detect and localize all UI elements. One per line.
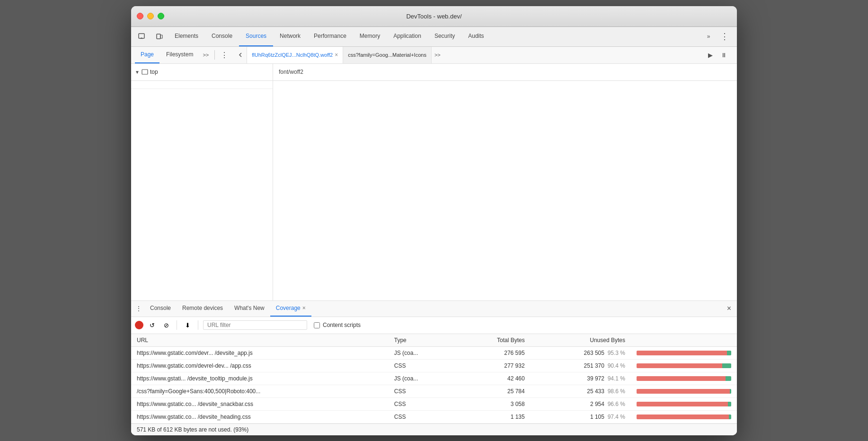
- tab-security[interactable]: Security: [428, 27, 461, 46]
- drawer-tab-coverage[interactable]: Coverage ×: [270, 301, 311, 317]
- used-bar-fill: [730, 389, 731, 394]
- col-type: Type: [389, 334, 456, 347]
- device-toolbar-icon[interactable]: [151, 33, 168, 40]
- coverage-tab-close[interactable]: ×: [302, 305, 306, 311]
- drawer-tab-console[interactable]: Console: [144, 301, 177, 317]
- pause-button[interactable]: ⏸: [718, 49, 729, 61]
- cell-bar: [631, 346, 737, 359]
- cell-url: https://www.gstati... /devsite_tooltip_m…: [131, 372, 389, 385]
- cell-unused-bytes: 2 954 96.6 %: [531, 397, 631, 410]
- usage-bar: [637, 376, 731, 381]
- tab-elements[interactable]: Elements: [168, 27, 205, 46]
- svg-rect-1: [157, 34, 160, 39]
- left-pane: ▼ top: [131, 64, 273, 300]
- unused-bar-fill: [637, 363, 722, 368]
- main-area: ▼ top font/woff2: [131, 64, 737, 300]
- toolbar-separator-2: [198, 320, 198, 330]
- sources-nav-filesystem[interactable]: Filesystem: [160, 47, 199, 63]
- cell-type: CSS: [389, 410, 456, 423]
- coverage-toolbar: ↺ ⊘ ⬇ Content scripts: [131, 317, 737, 334]
- cell-bar: [631, 359, 737, 372]
- usage-bar: [637, 389, 731, 394]
- coverage-export-button[interactable]: ⬇: [182, 319, 193, 331]
- cell-url: https://www.gstatic.co... /devsite_headi…: [131, 410, 389, 423]
- frame-icon: [142, 69, 148, 75]
- col-bar: [631, 334, 737, 347]
- cell-bar: [631, 397, 737, 410]
- cell-type: JS (coa...: [389, 372, 456, 385]
- cell-url: https://www.gstatic.com/devrel-dev... /a…: [131, 359, 389, 372]
- right-pane: font/woff2: [273, 64, 737, 300]
- coverage-clear-button[interactable]: ⊘: [160, 319, 172, 331]
- tab-performance[interactable]: Performance: [307, 27, 353, 46]
- table-row[interactable]: https://www.gstatic.com/devrel-dev... /a…: [131, 359, 737, 372]
- table-row[interactable]: https://www.gstati... /devsite_tooltip_m…: [131, 372, 737, 385]
- cell-total-bytes: 42 460: [456, 372, 531, 385]
- sources-nav-options[interactable]: ⋮: [218, 51, 231, 60]
- tab-sources[interactable]: Sources: [239, 27, 273, 46]
- cell-total-bytes: 1 135: [456, 410, 531, 423]
- devtools-menu-button[interactable]: ⋮: [716, 31, 733, 42]
- breadcrumb-bar: font/woff2: [273, 64, 737, 81]
- table-row[interactable]: /css?family=Google+Sans:400,500|Roboto:4…: [131, 385, 737, 397]
- tab-network[interactable]: Network: [273, 27, 307, 46]
- coverage-record-button[interactable]: [135, 321, 143, 329]
- sources-nav-more[interactable]: >>: [200, 52, 212, 58]
- maximize-button[interactable]: [158, 13, 164, 19]
- inspector-icon[interactable]: [133, 33, 150, 40]
- tab-application[interactable]: Application: [387, 27, 428, 46]
- coverage-reload-button[interactable]: ↺: [146, 319, 158, 331]
- cell-bar: [631, 410, 737, 423]
- cell-url: https://www.gstatic.co... /devsite_snack…: [131, 397, 389, 410]
- more-tabs-button[interactable]: »: [703, 33, 714, 40]
- url-filter-input[interactable]: [203, 320, 307, 330]
- table-row[interactable]: https://www.gstatic.co... /devsite_snack…: [131, 397, 737, 410]
- file-tabs-more[interactable]: >>: [432, 52, 443, 58]
- drawer-tab-bar: ⋮ Console Remote devices What's New Cove…: [131, 301, 737, 317]
- file-tree-top-item[interactable]: ▼ top: [131, 69, 162, 75]
- unused-bar-fill: [637, 376, 726, 381]
- table-header-row: URL Type Total Bytes Unused Bytes: [131, 334, 737, 347]
- cell-total-bytes: 25 784: [456, 385, 531, 397]
- sources-nav-page[interactable]: Page: [135, 47, 159, 63]
- used-bar-fill: [727, 351, 731, 355]
- tab-audits[interactable]: Audits: [461, 27, 490, 46]
- drawer-tab-remote-devices[interactable]: Remote devices: [177, 301, 229, 317]
- minimize-button[interactable]: [147, 13, 154, 19]
- tab-console[interactable]: Console: [205, 27, 239, 46]
- devtools-tabs-right: » ⋮: [703, 27, 737, 46]
- drawer-close-button[interactable]: ×: [723, 304, 735, 313]
- used-bar-fill: [728, 402, 731, 406]
- status-text: 571 KB of 612 KB bytes are not used. (93…: [137, 426, 248, 433]
- file-tab-back-button[interactable]: [234, 47, 247, 63]
- window-title: DevTools - web.dev/: [406, 13, 461, 20]
- file-tab-woff2-close[interactable]: ×: [335, 52, 338, 58]
- cell-bar: [631, 372, 737, 385]
- cell-unused-bytes: 263 505 95.3 %: [531, 346, 631, 359]
- coverage-table: URL Type Total Bytes Unused Bytes https:…: [131, 334, 737, 423]
- status-bar: 571 KB of 612 KB bytes are not used. (93…: [131, 423, 737, 435]
- cell-bar: [631, 385, 737, 397]
- tab-memory[interactable]: Memory: [353, 27, 387, 46]
- close-button[interactable]: [137, 13, 143, 19]
- cell-type: CSS: [389, 397, 456, 410]
- cell-unused-bytes: 39 972 94.1 %: [531, 372, 631, 385]
- sources-nav-bar: Page Filesystem >> ⋮ flUhRq6tzZclQEJ...N…: [131, 47, 737, 64]
- collapse-arrow: ▼: [135, 70, 140, 75]
- run-snippet-button[interactable]: ▶: [705, 49, 716, 61]
- top-label: top: [150, 69, 158, 75]
- drawer-menu-button[interactable]: ⋮: [133, 305, 144, 312]
- svg-rect-3: [142, 70, 148, 74]
- content-scripts-checkbox[interactable]: [314, 322, 320, 328]
- content-scripts-label: Content scripts: [323, 322, 361, 328]
- file-tab-woff2[interactable]: flUhRq6tzZclQEJ...NclhQ8tQ.woff2 ×: [247, 47, 343, 63]
- devtools-icons: [133, 27, 168, 46]
- table-row[interactable]: https://www.gstatic.com/devr... /devsite…: [131, 346, 737, 359]
- table-row[interactable]: https://www.gstatic.co... /devsite_headi…: [131, 410, 737, 423]
- drawer-tab-whats-new[interactable]: What's New: [229, 301, 270, 317]
- unused-bar-fill: [637, 351, 727, 355]
- file-tab-css-icons[interactable]: css?family=Goog...Material+Icons: [343, 47, 432, 63]
- cell-type: CSS: [389, 359, 456, 372]
- usage-bar: [637, 402, 731, 406]
- title-bar: DevTools - web.dev/: [131, 6, 737, 27]
